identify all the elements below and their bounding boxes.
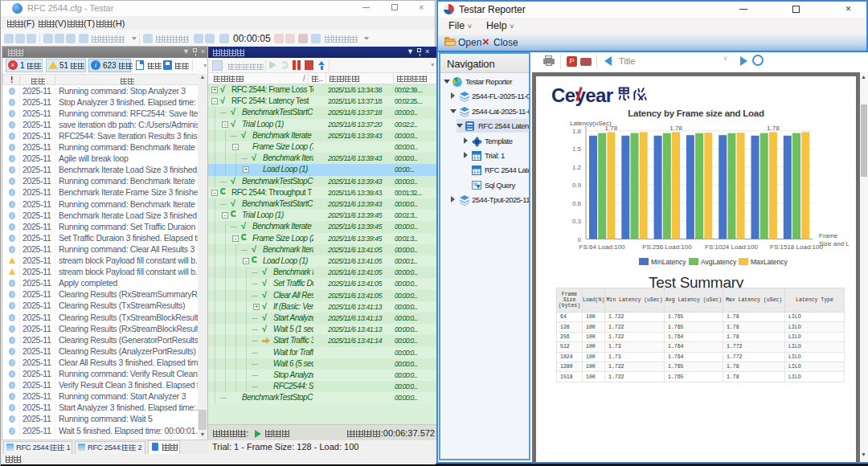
- svg-text:AvgLatency: AvgLatency: [701, 258, 737, 266]
- svg-text:FS:1518 Load:100: FS:1518 Load:100: [770, 243, 823, 251]
- svg-text:0.6: 0.6: [572, 200, 582, 207]
- svg-text:1.78: 1.78: [767, 125, 780, 132]
- svg-text:Size and L: Size and L: [819, 240, 850, 247]
- svg-text:1.8: 1.8: [572, 128, 582, 135]
- svg-text:FS:1024 Load:100: FS:1024 Load:100: [705, 243, 758, 251]
- svg-text:FS:256 Load:100: FS:256 Load:100: [642, 243, 692, 251]
- svg-text:MinLatency: MinLatency: [651, 258, 686, 266]
- svg-text:0.3: 0.3: [572, 218, 582, 225]
- svg-text:Frame: Frame: [819, 232, 838, 239]
- svg-text:1.2: 1.2: [572, 164, 582, 171]
- svg-text:MaxLatency: MaxLatency: [751, 258, 788, 266]
- svg-text:0: 0: [578, 236, 582, 243]
- svg-text:1.78: 1.78: [605, 125, 618, 132]
- svg-text:FS:64 Load:100: FS:64 Load:100: [579, 243, 625, 251]
- svg-text:1.5: 1.5: [572, 145, 582, 153]
- svg-text:0.9: 0.9: [572, 182, 582, 189]
- svg-text:1.78: 1.78: [669, 125, 682, 132]
